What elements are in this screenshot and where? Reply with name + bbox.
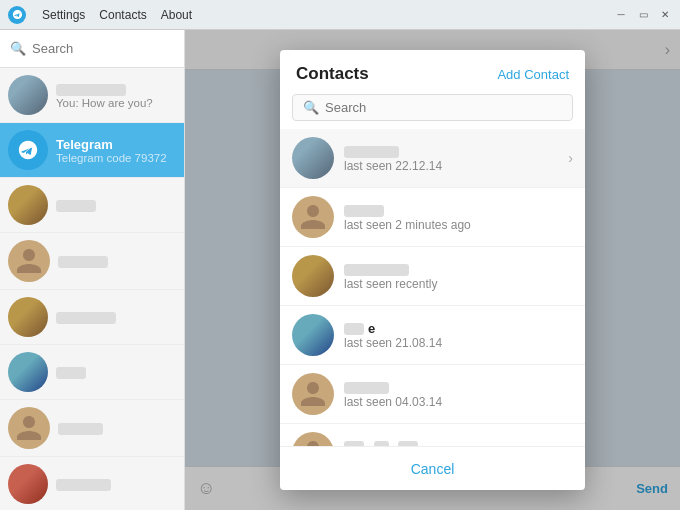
title-bar-left: Settings Contacts About <box>8 6 192 24</box>
chat-info <box>58 421 176 436</box>
contact-item[interactable]: last seen 22.12.14 › <box>280 129 585 188</box>
chat-item[interactable] <box>0 400 184 457</box>
restore-button[interactable]: ▭ <box>636 8 650 22</box>
chat-info <box>58 254 176 269</box>
avatar <box>8 352 48 392</box>
contact-info: last seen 04.03.14 <box>344 380 573 409</box>
contact-name: e <box>344 321 573 336</box>
contact-name <box>344 144 558 159</box>
contact-name <box>344 203 573 218</box>
window-controls: ─ ▭ ✕ <box>614 8 672 22</box>
contact-info: e last seen 21.08.14 <box>344 321 573 350</box>
contact-name <box>344 262 573 277</box>
modal-header: Contacts Add Contact <box>280 50 585 94</box>
menu-about[interactable]: About <box>161 8 192 22</box>
contact-item[interactable]: ·· last seen 30.01.15 <box>280 424 585 446</box>
chat-item[interactable] <box>0 178 184 233</box>
contact-item[interactable]: last seen 04.03.14 <box>280 365 585 424</box>
main-area: 🔍 You: How are you? <box>0 30 680 510</box>
chat-name <box>56 82 176 97</box>
telegram-logo-avatar <box>8 130 48 170</box>
chat-name <box>56 198 176 213</box>
contact-status: last seen 2 minutes ago <box>344 218 573 232</box>
chat-name: Telegram <box>56 137 176 152</box>
chat-info <box>56 365 176 380</box>
contact-avatar <box>292 314 334 356</box>
avatar <box>8 185 48 225</box>
contact-avatar <box>292 137 334 179</box>
app-logo <box>8 6 26 24</box>
contact-avatar-placeholder <box>292 196 334 238</box>
menu-contacts[interactable]: Contacts <box>99 8 146 22</box>
chat-item[interactable] <box>0 345 184 400</box>
contact-info: ·· last seen 30.01.15 <box>344 439 573 447</box>
chat-info <box>56 198 176 213</box>
chat-preview: You: How are you? <box>56 97 176 109</box>
chat-item[interactable] <box>0 457 184 510</box>
contact-status: last seen 04.03.14 <box>344 395 573 409</box>
chat-preview: Telegram code 79372 <box>56 152 176 164</box>
contact-item[interactable]: last seen recently <box>280 247 585 306</box>
add-contact-button[interactable]: Add Contact <box>497 67 569 82</box>
modal-search-bar: 🔍 <box>292 94 573 121</box>
contact-status: last seen 22.12.14 <box>344 159 558 173</box>
modal-search-input[interactable] <box>325 100 562 115</box>
cancel-button[interactable]: Cancel <box>411 461 455 477</box>
app-window: Settings Contacts About ─ ▭ ✕ 🔍 <box>0 0 680 510</box>
contact-chevron-icon: › <box>568 150 573 166</box>
contact-item[interactable]: e last seen 21.08.14 <box>280 306 585 365</box>
contact-name: ·· <box>344 439 573 447</box>
modal-search-icon: 🔍 <box>303 100 319 115</box>
contact-info: last seen 2 minutes ago <box>344 203 573 232</box>
contact-info: last seen 22.12.14 <box>344 144 558 173</box>
chat-info <box>56 477 176 492</box>
contact-info: last seen recently <box>344 262 573 291</box>
chat-info: Telegram Telegram code 79372 <box>56 137 176 164</box>
sidebar-search-input[interactable] <box>32 41 174 56</box>
sidebar-search-icon: 🔍 <box>10 41 26 56</box>
sidebar: 🔍 You: How are you? <box>0 30 185 510</box>
telegram-chat-item[interactable]: Telegram Telegram code 79372 <box>0 123 184 178</box>
chat-name <box>58 254 176 269</box>
contact-avatar-placeholder <box>292 373 334 415</box>
chat-item[interactable] <box>0 233 184 290</box>
contact-name <box>344 380 573 395</box>
minimize-button[interactable]: ─ <box>614 8 628 22</box>
close-button[interactable]: ✕ <box>658 8 672 22</box>
modal-title: Contacts <box>296 64 369 84</box>
contact-status: last seen recently <box>344 277 573 291</box>
chat-item[interactable]: You: How are you? <box>0 68 184 123</box>
chat-area: › ☺ Send Contacts Add Contact 🔍 <box>185 30 680 510</box>
chat-name <box>56 310 176 325</box>
contact-avatar <box>292 255 334 297</box>
chat-item[interactable] <box>0 290 184 345</box>
chat-info <box>56 310 176 325</box>
chat-list: You: How are you? Telegram Telegram code… <box>0 68 184 510</box>
menu-settings[interactable]: Settings <box>42 8 85 22</box>
modal-footer: Cancel <box>280 446 585 490</box>
avatar-placeholder <box>8 407 50 449</box>
contacts-modal: Contacts Add Contact 🔍 <box>280 50 585 490</box>
contact-item[interactable]: last seen 2 minutes ago <box>280 188 585 247</box>
avatar <box>8 75 48 115</box>
contact-status: last seen 21.08.14 <box>344 336 573 350</box>
sidebar-search-bar: 🔍 <box>0 30 184 68</box>
contact-avatar-placeholder <box>292 432 334 446</box>
modal-overlay: Contacts Add Contact 🔍 <box>185 30 680 510</box>
chat-name <box>58 421 176 436</box>
menu-bar: Settings Contacts About <box>42 8 192 22</box>
contacts-list: last seen 22.12.14 › <box>280 129 585 446</box>
title-bar: Settings Contacts About ─ ▭ ✕ <box>0 0 680 30</box>
avatar-placeholder <box>8 240 50 282</box>
avatar <box>8 464 48 504</box>
chat-name <box>56 477 176 492</box>
chat-name <box>56 365 176 380</box>
avatar <box>8 297 48 337</box>
chat-info: You: How are you? <box>56 82 176 109</box>
